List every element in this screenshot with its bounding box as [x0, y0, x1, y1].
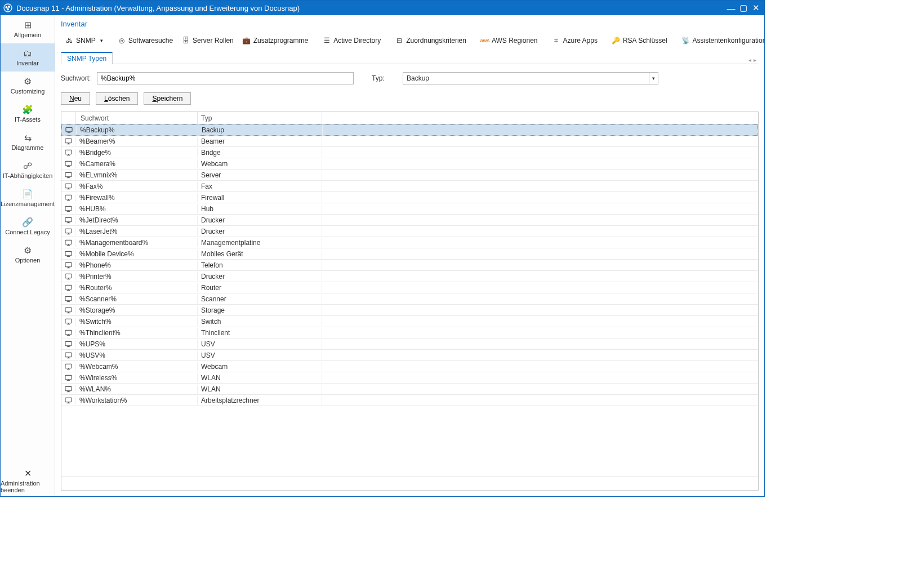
sidebar-item-label: Lizenzmanagement — [1, 201, 55, 207]
chevron-down-icon[interactable]: ▾ — [649, 73, 658, 84]
table-row[interactable]: %Firewall%Firewall — [61, 192, 758, 203]
sidebar-item-customizing[interactable]: ⚙ Customizing — [1, 72, 55, 100]
table-row[interactable]: %Wireless%WLAN — [61, 372, 758, 384]
toolbar-azure-apps[interactable]: ⌗ Azure Apps — [549, 35, 601, 46]
tab-scroll-arrows[interactable]: ◂▸ — [746, 56, 759, 64]
sidebar-item-lizenzmanagement[interactable]: 📄 Lizenzmanagement — [1, 184, 55, 212]
cell-rest — [322, 400, 758, 401]
toolbar-snmp[interactable]: 🖧 SNMP ▾ — [61, 35, 107, 46]
monitor-icon — [62, 126, 77, 134]
monitor-icon — [61, 284, 76, 292]
table-row[interactable]: %Managementboard%Managementplatine — [61, 237, 758, 248]
toolbar-active-directory[interactable]: ☰ Active Directory — [319, 35, 385, 46]
cell-rest — [322, 208, 758, 210]
cell-rest — [322, 186, 758, 187]
toolbar-aws-regionen[interactable]: aws AWS Regionen — [477, 35, 542, 46]
table-row[interactable]: %Webcam%Webcam — [61, 361, 758, 372]
monitor-icon — [61, 149, 76, 157]
sidebar-item-allgemein[interactable]: ⊞ Allgemein — [1, 15, 55, 43]
svg-rect-7 — [65, 139, 72, 142]
toolbar-zusatzprogramme[interactable]: 💼 Zusatzprogramme — [239, 35, 312, 46]
table-row[interactable]: %Fax%Fax — [61, 181, 758, 192]
cell-suchwort: %Wireless% — [76, 373, 198, 382]
cell-typ: Thinclient — [198, 328, 322, 337]
monitor-icon — [61, 351, 76, 359]
minimize-button[interactable]: — — [725, 3, 737, 13]
app-icon — [3, 3, 13, 13]
cell-typ: USV — [198, 351, 322, 360]
toolbar-zuordnungskriterien[interactable]: ⊟ Zuordnungskriterien — [391, 35, 470, 46]
typ-select[interactable]: Backup ▾ — [403, 72, 658, 84]
cell-suchwort: %Router% — [76, 283, 198, 292]
table-row[interactable]: %Bridge%Bridge — [61, 147, 758, 158]
speichern-button[interactable]: SpeichernSpeichern — [144, 92, 191, 105]
table-row[interactable]: %Workstation%Arbeitsplatzrechner — [61, 395, 758, 406]
suchwort-input[interactable] — [97, 72, 354, 84]
cell-typ: Webcam — [198, 362, 322, 371]
table-row[interactable]: %Mobile Device%Mobiles Gerät — [61, 248, 758, 260]
sidebar-item-label: IT-Assets — [15, 116, 41, 123]
svg-rect-37 — [65, 251, 72, 255]
table-row[interactable]: %Backup%Backup — [61, 124, 758, 136]
cell-rest — [322, 163, 758, 164]
table-row[interactable]: %Camera%Webcam — [61, 158, 758, 170]
cell-suchwort: %UPS% — [76, 340, 198, 349]
cell-suchwort: %HUB% — [76, 204, 198, 213]
svg-rect-4 — [66, 127, 72, 131]
sidebar-item-it-abhaengigkeiten[interactable]: ☍ IT-Abhängigkeiten — [1, 156, 55, 184]
sidebar-item-connect-legacy[interactable]: 🔗 Connect Legacy — [1, 212, 55, 240]
sidebar-exit-label: Administration beenden — [1, 480, 55, 493]
table-row[interactable]: %JetDirect%Drucker — [61, 215, 758, 226]
cell-rest — [322, 276, 758, 277]
sidebar-item-diagramme[interactable]: ⇆ Diagramme — [1, 128, 55, 156]
table-row[interactable]: %USV%USV — [61, 350, 758, 361]
maximize-button[interactable]: ▢ — [737, 3, 750, 13]
cell-suchwort: %Switch% — [76, 317, 198, 326]
grid-header-typ[interactable]: Typ — [198, 112, 322, 124]
sidebar-item-inventar[interactable]: 🗂 Inventar — [1, 43, 55, 72]
table-row[interactable]: %Thinclient%Thinclient — [61, 327, 758, 338]
cell-rest — [322, 310, 758, 311]
cell-typ: Server — [198, 171, 322, 180]
sidebar-item-optionen[interactable]: ⚙ Optionen — [1, 240, 55, 269]
cell-suchwort: %Webcam% — [76, 362, 198, 371]
toolbar-assistentenkonfiguration[interactable]: 📡 Assistentenkonfiguration — [678, 35, 764, 46]
svg-rect-76 — [65, 398, 72, 402]
table-row[interactable]: %Router%Router — [61, 282, 758, 293]
loeschen-button[interactable]: LöschenLöschen — [96, 92, 138, 105]
monitor-icon — [61, 385, 76, 393]
chevron-right-icon: ▸ — [754, 57, 756, 63]
svg-rect-73 — [65, 386, 72, 390]
grid-header-icon[interactable] — [61, 112, 76, 124]
license-icon: 📄 — [22, 189, 33, 199]
grid-header-suchwort[interactable]: Suchwort — [76, 112, 198, 124]
table-row[interactable]: %LaserJet%Drucker — [61, 226, 758, 237]
tab-snmp-typen[interactable]: SNMP Typen — [61, 52, 113, 64]
toolbar-rsa-schluessel[interactable]: 🔑 RSA Schlüssel — [608, 35, 671, 46]
toolbar-softwaresuche[interactable]: ◎ Softwaresuche — [114, 35, 177, 46]
table-row[interactable]: %ELvmnix%Server — [61, 170, 758, 181]
cell-suchwort: %Phone% — [76, 261, 198, 270]
typ-label: Typ: — [372, 74, 389, 82]
table-row[interactable]: %Switch%Switch — [61, 316, 758, 327]
table-row[interactable]: %UPS%USV — [61, 338, 758, 350]
table-row[interactable]: %Beamer%Beamer — [61, 136, 758, 147]
svg-rect-40 — [65, 262, 72, 266]
sidebar-item-it-assets[interactable]: 🧩 IT-Assets — [1, 100, 55, 128]
cell-typ: Storage — [198, 306, 322, 315]
toolbar-label: Server Rollen — [193, 37, 234, 44]
close-button[interactable]: ✕ — [750, 3, 762, 13]
table-row[interactable]: %Phone%Telefon — [61, 260, 758, 271]
neu-button[interactable]: NNeueu — [61, 92, 90, 105]
table-row[interactable]: %WLAN%WLAN — [61, 384, 758, 395]
sidebar-exit[interactable]: ✕ Administration beenden — [1, 465, 55, 496]
table-row[interactable]: %Scanner%Scanner — [61, 293, 758, 305]
toolbar-server-rollen[interactable]: 🗄 Server Rollen — [178, 35, 238, 46]
table-row[interactable]: %Printer%Drucker — [61, 271, 758, 282]
monitor-icon — [61, 160, 76, 168]
toolbar-label: Azure Apps — [563, 37, 598, 44]
cell-typ: Beamer — [198, 137, 322, 146]
table-row[interactable]: %Storage%Storage — [61, 305, 758, 316]
table-row[interactable]: %HUB%Hub — [61, 203, 758, 215]
sidebar-item-label: Connect Legacy — [5, 229, 50, 235]
